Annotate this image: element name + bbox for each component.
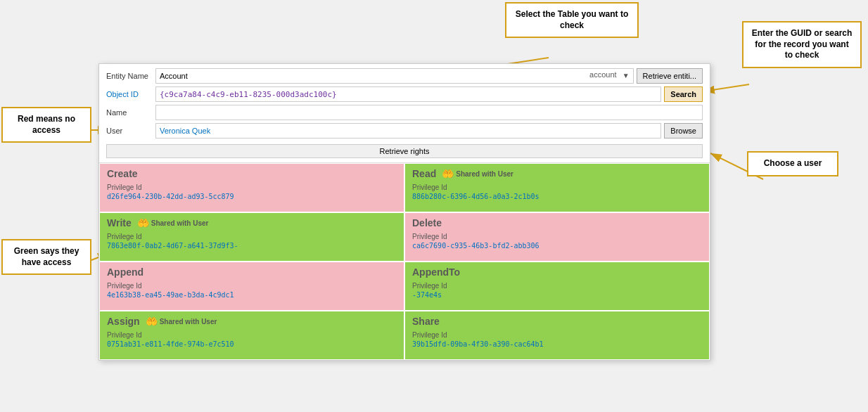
green-says-callout: Green says they have access (1, 239, 91, 275)
priv-label-assign: Privilege Id (107, 331, 397, 339)
rights-cell-share: Share Privilege Id 39b15dfd-09ba-4f30-a3… (404, 311, 710, 360)
rights-title-appendto: AppendTo (412, 266, 702, 278)
rights-grid: Create Privilege Id d26fe964-230b-42dd-a… (99, 163, 710, 360)
retrieve-rights-button[interactable]: Retrieve rights (106, 144, 703, 158)
name-label: Name (106, 108, 155, 117)
shared-label-write: 🤲 Shared with User (137, 217, 209, 228)
rights-cell-appendto: AppendTo Privilege Id -374e4s (404, 262, 710, 311)
rights-cell-write: Write 🤲 Shared with User Privilege Id 78… (99, 212, 404, 262)
priv-value-create: d26fe964-230b-42dd-ad93-5cc879 (107, 193, 397, 200)
priv-label-read: Privilege Id (412, 184, 702, 191)
name-row: Name (106, 105, 703, 120)
priv-value-share: 39b15dfd-09ba-4f30-a390-cac64b1 (412, 340, 702, 348)
select-table-text: Select the Table you want to check (516, 9, 628, 30)
priv-value-appendto: -374e4s (412, 291, 702, 299)
main-panel: Entity Name account ▼ Retrieve entiti...… (98, 63, 710, 361)
entity-name-label: Entity Name (106, 72, 155, 80)
enter-guid-text: Enter the GUID or search for the record … (752, 28, 853, 60)
hand-icon-read: 🤲 (442, 168, 454, 179)
priv-value-write: 7863e80f-0ab2-4d67-a641-37d9f3- (107, 242, 397, 250)
user-row: User Browse (106, 123, 703, 139)
rights-title-read: Read 🤲 Shared with User (412, 168, 702, 179)
rights-title-share: Share (412, 316, 702, 327)
shared-label-assign: 🤲 Shared with User (146, 316, 217, 327)
priv-label-delete: Privilege Id (412, 233, 702, 240)
choose-user-text: Choose a user (764, 158, 822, 168)
rights-title-text-share: Share (412, 316, 440, 327)
object-id-input[interactable] (155, 86, 661, 102)
rights-cell-assign: Assign 🤲 Shared with User Privilege Id 0… (99, 311, 404, 360)
enter-guid-callout: Enter the GUID or search for the record … (742, 21, 862, 68)
rights-title-text-write: Write (107, 217, 132, 228)
rights-title-create: Create (107, 168, 397, 179)
hand-icon-assign: 🤲 (146, 316, 158, 327)
choose-user-callout: Choose a user (747, 151, 838, 176)
search-button[interactable]: Search (664, 86, 703, 102)
rights-title-delete: Delete (412, 217, 702, 228)
browse-button[interactable]: Browse (664, 123, 703, 139)
user-label: User (106, 127, 155, 135)
entity-dropdown-icon[interactable]: ▼ (623, 72, 630, 79)
rights-title-text-read: Read (412, 168, 436, 179)
user-input[interactable] (155, 123, 661, 139)
entity-tag: account (589, 70, 617, 79)
rights-cell-read: Read 🤲 Shared with User Privilege Id 886… (404, 163, 710, 212)
priv-label-create: Privilege Id (107, 184, 397, 191)
rights-title-write: Write 🤲 Shared with User (107, 217, 397, 228)
shared-text-read: Shared with User (456, 170, 513, 178)
form-section: Entity Name account ▼ Retrieve entiti...… (99, 64, 710, 163)
priv-value-append: 4e163b38-ea45-49ae-b3da-4c9dc1 (107, 291, 397, 299)
rights-title-text-delete: Delete (412, 217, 442, 228)
priv-value-assign: 0751ab31-e811-4fde-974b-e7c510 (107, 340, 397, 348)
shared-text-assign: Shared with User (160, 318, 217, 326)
rights-title-text-assign: Assign (107, 316, 140, 327)
entity-input-wrap: account ▼ (155, 68, 634, 84)
priv-value-delete: ca6c7690-c935-46b3-bfd2-abb306 (412, 242, 702, 250)
priv-label-write: Privilege Id (107, 233, 397, 240)
rights-title-append: Append (107, 266, 397, 278)
red-means-callout: Red means no access (1, 107, 91, 143)
rights-title-text-create: Create (107, 168, 138, 179)
entity-name-input[interactable] (155, 68, 634, 84)
rights-title-text-append: Append (107, 266, 143, 278)
rights-cell-append: Append Privilege Id 4e163b38-ea45-49ae-b… (99, 262, 404, 311)
rights-title-assign: Assign 🤲 Shared with User (107, 316, 397, 327)
priv-label-share: Privilege Id (412, 331, 702, 339)
object-id-row: Object ID Search (106, 86, 703, 102)
shared-text-write: Shared with User (151, 219, 209, 227)
hand-icon-write: 🤲 (137, 217, 149, 228)
priv-label-append: Privilege Id (107, 282, 397, 290)
red-means-text: Red means no access (18, 114, 75, 135)
green-says-text: Green says they have access (14, 246, 79, 267)
priv-label-appendto: Privilege Id (412, 282, 702, 290)
object-id-label: Object ID (106, 90, 155, 98)
select-table-callout: Select the Table you want to check (505, 2, 639, 38)
name-input[interactable] (155, 105, 703, 120)
shared-label-read: 🤲 Shared with User (442, 168, 513, 179)
entity-name-row: Entity Name account ▼ Retrieve entiti... (106, 68, 703, 84)
priv-value-read: 886b280c-6396-4d56-a0a3-2c1b0s (412, 193, 702, 200)
rights-cell-create: Create Privilege Id d26fe964-230b-42dd-a… (99, 163, 404, 212)
rights-title-text-appendto: AppendTo (412, 266, 460, 278)
rights-cell-delete: Delete Privilege Id ca6c7690-c935-46b3-b… (404, 212, 710, 262)
retrieve-entities-button[interactable]: Retrieve entiti... (637, 68, 703, 84)
